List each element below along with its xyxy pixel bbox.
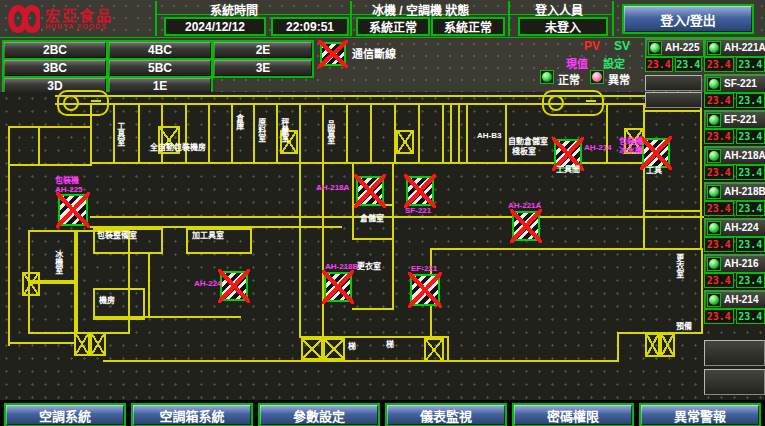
login-user-label: 登入人員 (535, 1, 583, 18)
panel-device-values: 23.4 23.4 (704, 57, 765, 72)
panel-device-ah-225[interactable]: AH-225 (645, 38, 704, 57)
pv-value: 23.4 (704, 309, 734, 324)
panel-device-ah-221a[interactable]: AH-221A (704, 38, 765, 57)
nav-button-ahu-system[interactable]: 空調箱系統 (131, 403, 253, 426)
wall (352, 238, 394, 240)
nav-button-parameters[interactable]: 參數設定 (258, 403, 380, 426)
panel-device-ah-218a[interactable]: AH-218A (704, 146, 765, 165)
ahu-device-icon[interactable] (406, 176, 434, 206)
panel-empty-slot (704, 369, 765, 395)
room-label: 更衣室 (674, 254, 683, 278)
login-user-value: 未登入 (518, 17, 608, 36)
sv-value: 23.4 (736, 309, 765, 324)
room-label: 秤量室 (279, 118, 288, 142)
floor-button-2bc[interactable]: 2BC (2, 40, 108, 60)
floor-button-3bc[interactable]: 3BC (2, 58, 108, 78)
panel-device-values: 23.4 23.4 (645, 57, 702, 72)
panel-device-ef-221[interactable]: EF-221 (704, 110, 765, 129)
stairs-icon (301, 338, 345, 360)
status-led (707, 77, 721, 91)
pv-value: 23.4 (704, 57, 734, 72)
nav-button-password[interactable]: 密碼權限 (512, 403, 634, 426)
wall (458, 103, 460, 164)
ahu-device-icon[interactable] (220, 271, 248, 301)
device-tag: AH-224 (194, 279, 222, 288)
ahu-device-icon[interactable] (324, 272, 352, 302)
status-led (707, 41, 721, 55)
wall (466, 103, 468, 164)
panel-device-sf-221[interactable]: SF-221 (704, 74, 765, 93)
ahu-device-icon[interactable] (356, 176, 384, 206)
pv-value: 23.4 (645, 57, 673, 72)
panel-device-name: AH-216 (724, 258, 758, 269)
stairs-icon (645, 333, 675, 357)
wall (352, 308, 394, 310)
device-tag-line1: 包裝機 (55, 176, 83, 185)
nav-button-meters[interactable]: 儀表監視 (385, 403, 507, 426)
ahu-device-icon[interactable] (512, 211, 540, 241)
sv-name-label: 設定 (603, 55, 625, 71)
ahu-device-icon[interactable] (410, 274, 440, 306)
room-label: 品管室 (325, 120, 334, 144)
room-label: 自動倉儲室 (508, 138, 548, 147)
machine-status-label: 冰機 / 空調機 狀態 (372, 1, 469, 18)
room-label: 工具 (646, 167, 662, 176)
wall (299, 103, 301, 164)
room-outline (76, 230, 130, 334)
pv-header-label: PV (584, 39, 600, 53)
wall (8, 342, 76, 344)
brand-logo: 宏亞食品 HUNYA FOODS (8, 3, 158, 35)
device-tag: SF-221 (405, 206, 431, 215)
room-label: 倉儲室 (360, 215, 384, 224)
device-tag: AH-218B (325, 262, 358, 271)
wall (430, 248, 702, 250)
header-divider (350, 1, 352, 36)
panel-device-values: 23.4 23.4 (704, 93, 765, 108)
wall (185, 103, 187, 164)
hmi-screen: 宏亞食品 HUNYA FOODS 系統時間 2024/12/12 22:09:5… (0, 0, 765, 426)
floor-button-5bc[interactable]: 5BC (107, 58, 213, 78)
panel-device-ah-216[interactable]: AH-216 (704, 254, 765, 273)
floor-button-3e[interactable]: 3E (212, 58, 314, 78)
floor-button-2e[interactable]: 2E (212, 40, 314, 60)
panel-empty-slot (645, 92, 702, 108)
pv-value: 23.4 (704, 201, 734, 216)
wall (645, 210, 701, 212)
header-divider (155, 1, 157, 36)
device-tag: AH-218A (316, 183, 349, 192)
room-label: 梯 (348, 343, 356, 352)
panel-device-ah-218b[interactable]: AH-218B (704, 182, 765, 201)
panel-device-ah-224[interactable]: AH-224 (704, 218, 765, 237)
status-led (707, 293, 721, 307)
floor-button-4bc[interactable]: 4BC (107, 40, 213, 60)
wall (253, 103, 255, 164)
ac-status-value: 系統正常 (431, 17, 505, 36)
abnormal-legend-label: 異常 (608, 71, 630, 87)
device-tag-line1: 包裝機 (619, 137, 643, 146)
wall (617, 332, 619, 362)
device-tag: AH-221A (508, 201, 541, 210)
device-tag: EF-221 (411, 264, 437, 273)
room-label: 工具間 (556, 166, 580, 175)
panel-device-name: EF-221 (724, 114, 757, 125)
ahu-device-icon[interactable] (642, 138, 670, 168)
wall (299, 164, 301, 338)
wall (370, 103, 372, 164)
elevator-icon (57, 90, 109, 116)
panel-device-values: 23.4 23.4 (704, 165, 765, 180)
room-label: AH-B3 (477, 132, 501, 141)
wall (442, 103, 444, 164)
panel-device-name: AH-218A (724, 150, 765, 161)
login-logout-button[interactable]: 登入/登出 (622, 4, 754, 34)
panel-device-ah-214[interactable]: AH-214 (704, 290, 765, 309)
room-label: 倉庫 (234, 114, 243, 130)
panel-device-values: 23.4 23.4 (704, 309, 765, 324)
sv-value: 23.4 (736, 273, 765, 288)
ahu-device-icon[interactable] (58, 194, 88, 226)
room-label: 梯 (386, 341, 394, 350)
wall (231, 103, 233, 164)
sv-value: 23.4 (736, 237, 765, 252)
nav-button-ac-system[interactable]: 空調系統 (4, 403, 126, 426)
door-x-icon (396, 130, 414, 154)
nav-button-alarm[interactable]: 異常警報 (639, 403, 761, 426)
